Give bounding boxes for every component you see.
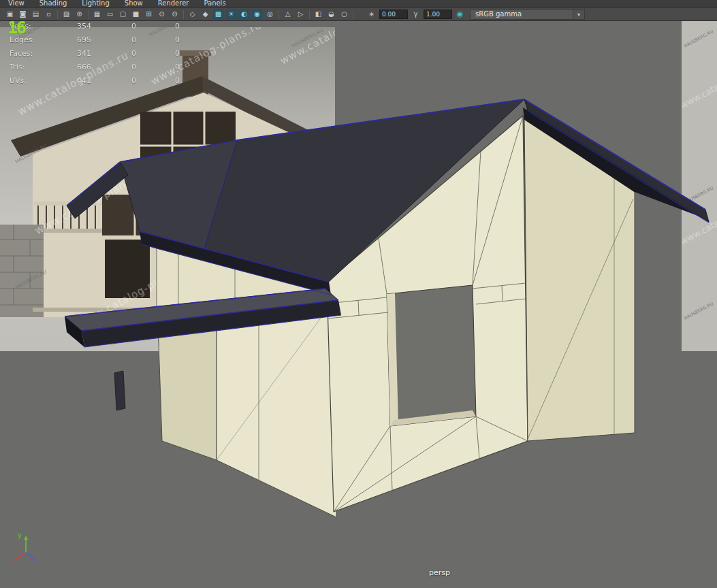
toolbar-separator <box>309 10 310 19</box>
polycount-selected: 0 <box>91 49 136 58</box>
color-management-value: sRGB gamma <box>475 10 522 18</box>
screen-space-ao-icon[interactable]: ◉ <box>251 9 263 20</box>
pan-zoom-2d-icon[interactable]: ⊕ <box>74 9 85 20</box>
multisample-aa-icon[interactable]: △ <box>282 9 293 20</box>
menu-shading[interactable]: Shading <box>39 0 67 7</box>
isolate-select-icon[interactable]: ◧ <box>313 9 324 20</box>
textured-icon[interactable]: ▩ <box>212 9 224 20</box>
camera-attributes-icon[interactable]: ▤ <box>30 9 42 20</box>
shadows-icon[interactable]: ◐ <box>238 9 250 20</box>
menu-panels[interactable]: Panels <box>204 0 225 7</box>
polycount-component: 0 <box>136 76 180 85</box>
film-gate-icon[interactable]: ▭ <box>104 9 116 20</box>
toolbar-separator <box>57 10 58 19</box>
field-chart-icon[interactable]: ⊞ <box>143 9 155 20</box>
color-management-select[interactable]: sRGB gamma <box>470 9 573 20</box>
polycount-component: 0 <box>136 49 180 58</box>
polycount-component: 0 <box>136 35 180 44</box>
polycount-selected: 0 <box>91 63 136 71</box>
polycount-total: 666 <box>49 63 91 71</box>
xray-icon[interactable]: ◒ <box>325 9 337 20</box>
window-opening[interactable] <box>387 285 476 426</box>
polycount-selected: 0 <box>91 22 136 31</box>
chevron-down-icon: ▾ <box>577 12 580 18</box>
safe-action-icon[interactable]: ⊙ <box>156 9 168 20</box>
polycount-total: 695 <box>49 35 91 44</box>
polycount-row-faces: Faces: 341 0 0 <box>10 46 180 60</box>
polycount-row-tris: Tris: 666 0 0 <box>10 60 180 74</box>
toolbar-separator <box>183 10 184 19</box>
polycount-selected: 0 <box>91 35 136 44</box>
polycount-total: 341 <box>49 49 91 58</box>
gamma-icon[interactable]: γ <box>410 9 421 20</box>
resolution-gate-icon[interactable]: ▢ <box>117 9 129 20</box>
camera-name-label: persp <box>429 568 450 577</box>
sequence-time-icon[interactable]: ▷ <box>295 9 306 20</box>
polycount-component: 0 <box>136 63 180 71</box>
gamma-field[interactable] <box>424 10 452 19</box>
viewport-3d[interactable]: www.catalog-plans.ru www.catalog-plans.r… <box>0 0 717 588</box>
polycount-selected: 0 <box>91 76 136 85</box>
panel-menu-bar: View Shading Lighting Show Renderer Pane… <box>0 0 717 8</box>
polycount-label: Tris: <box>10 63 49 71</box>
polycount-component: 0 <box>136 22 180 31</box>
polycount-total: 441 <box>49 76 91 85</box>
bookmarks-icon[interactable]: ▫ <box>43 9 54 20</box>
exposure-icon[interactable]: ∗ <box>366 9 377 20</box>
menu-lighting[interactable]: Lighting <box>82 0 109 7</box>
polycount-label: Faces: <box>10 49 49 58</box>
smooth-shade-icon[interactable]: ◆ <box>200 9 211 20</box>
toolbar-separator <box>353 10 353 19</box>
image-plane-icon[interactable]: ▨ <box>61 9 72 20</box>
motion-blur-icon[interactable]: ◎ <box>264 9 276 20</box>
poly-count-hud: Verts: 354 0 0 Edges: 695 0 0 Faces: 341… <box>10 19 180 87</box>
use-all-lights-icon[interactable]: ☀ <box>225 9 237 20</box>
polycount-total: 354 <box>49 22 91 31</box>
toolbar-separator <box>88 10 89 19</box>
panel-toolbar: ▣ ◙ ▤ ▫ ▨ ⊕ ▦ ▭ ▢ ■ ⊞ ⊙ ⊖ ◇ ◆ ▩ ☀ ◐ ◉ ◎ … <box>0 8 717 21</box>
menu-show[interactable]: Show <box>125 0 143 7</box>
lock-camera-icon[interactable]: ◙ <box>17 9 29 20</box>
polycount-row-verts: Verts: 354 0 0 <box>10 19 180 33</box>
view-transform-icon[interactable]: ◉ <box>454 9 466 20</box>
grid-icon[interactable]: ▦ <box>91 9 103 20</box>
ref-stone-pier <box>0 225 44 317</box>
menu-view[interactable]: View <box>8 0 25 7</box>
color-management-arrow-button[interactable]: ▾ <box>573 9 585 20</box>
polycount-row-edges: Edges: 695 0 0 <box>10 33 180 46</box>
wireframe-icon[interactable]: ◇ <box>187 9 198 20</box>
menu-renderer[interactable]: Renderer <box>158 0 189 7</box>
gate-mask-icon[interactable]: ■ <box>130 9 142 20</box>
reference-image-plane-right[interactable]: www.catalog-plans.ru www.catalog-plans.r… <box>678 19 717 351</box>
xray-joints-icon[interactable]: ○ <box>338 9 350 20</box>
toolbar-separator <box>278 10 279 19</box>
porch-post[interactable] <box>114 371 125 410</box>
exposure-field[interactable] <box>379 10 408 19</box>
polycount-label: UVs: <box>10 76 49 85</box>
select-camera-icon[interactable]: ▣ <box>4 9 16 20</box>
axis-y-label: y <box>18 532 22 539</box>
polycount-row-uvs: UVs: 441 0 0 <box>10 74 180 87</box>
safe-title-icon[interactable]: ⊖ <box>169 9 180 20</box>
